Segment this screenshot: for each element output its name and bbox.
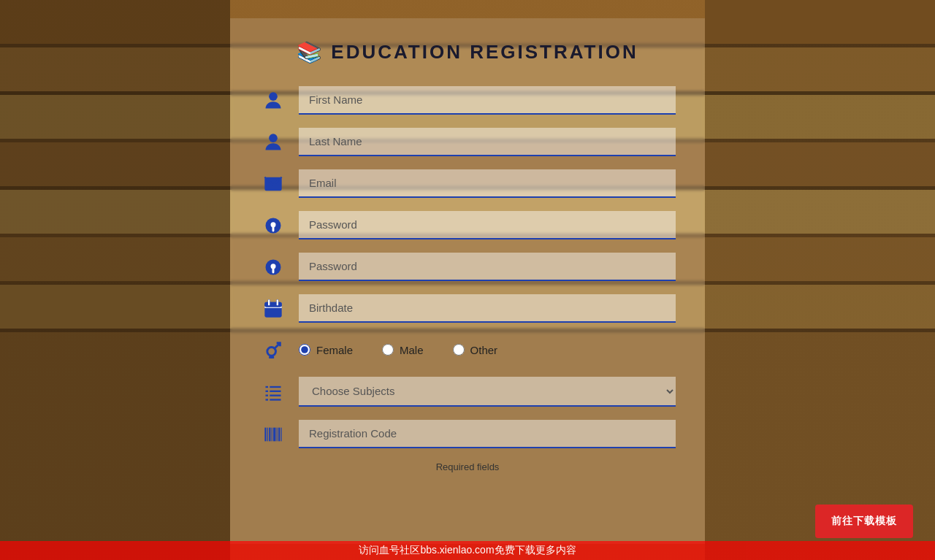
gender-other-option[interactable]: Other [453,344,498,356]
form-title: EDUCATION REGISTRATION [331,41,638,64]
gender-row: Female Male Other [259,336,676,364]
gender-other-label: Other [470,344,498,356]
last-name-row [259,128,676,156]
right-overlay [705,0,935,560]
last-name-input[interactable] [299,128,676,156]
barcode-icon [259,421,287,448]
gender-icon [259,336,287,364]
svg-point-1 [269,134,278,142]
first-name-row [259,86,676,115]
svg-rect-23 [270,394,280,396]
gender-female-radio[interactable] [299,344,310,356]
svg-rect-26 [264,427,266,441]
password2-row [259,253,676,281]
form-container: 📚 EDUCATION REGISTRATION [230,18,705,544]
svg-rect-21 [270,390,280,391]
gender-male-option[interactable]: Male [382,344,424,356]
svg-rect-29 [272,427,272,441]
gender-radio-group: Female Male Other [299,344,676,356]
birthdate-input[interactable] [299,294,676,323]
gender-male-label: Male [400,344,424,356]
subjects-select[interactable]: Choose Subjects Mathematics Science Engl… [299,377,676,407]
svg-rect-11 [264,302,281,307]
svg-rect-27 [267,427,268,441]
birthdate-row [259,294,676,323]
book-icon: 📚 [297,40,322,64]
person-icon [259,87,287,115]
gender-female-option[interactable]: Female [299,344,353,356]
password1-input[interactable] [299,211,676,239]
svg-rect-32 [278,427,280,441]
svg-rect-18 [266,386,269,387]
list-icon [259,378,287,406]
password2-icon [259,253,287,281]
email-icon [259,170,287,198]
subjects-row: Choose Subjects Mathematics Science Engl… [259,377,676,407]
gender-male-radio[interactable] [382,344,394,356]
person2-icon [259,129,287,156]
svg-rect-28 [269,427,270,441]
svg-rect-22 [266,394,269,396]
svg-point-0 [269,92,278,101]
email-input[interactable] [299,169,676,198]
gender-female-label: Female [316,344,353,356]
svg-rect-19 [270,386,280,387]
svg-rect-24 [266,399,269,400]
password1-icon [259,212,287,239]
form-title-row: 📚 EDUCATION REGISTRATION [259,40,676,64]
registration-code-input[interactable] [299,420,676,448]
password1-row [259,211,676,239]
password2-input[interactable] [299,253,676,281]
gender-other-radio[interactable] [453,344,465,356]
required-fields-text: Required fields [259,461,676,472]
svg-rect-25 [270,399,280,400]
registration-code-row [259,420,676,448]
email-row [259,169,676,198]
svg-rect-20 [266,390,269,391]
calendar-icon [259,295,287,323]
svg-point-14 [267,348,276,356]
svg-rect-30 [273,427,276,441]
svg-rect-33 [281,427,282,441]
first-name-input[interactable] [299,86,676,115]
watermark-text: 访问血号社区bbs.xienlao.com免费下载更多内容 [0,541,935,560]
download-button[interactable]: 前往下载模板 [815,505,913,538]
svg-rect-31 [277,427,278,441]
left-overlay [0,0,230,560]
